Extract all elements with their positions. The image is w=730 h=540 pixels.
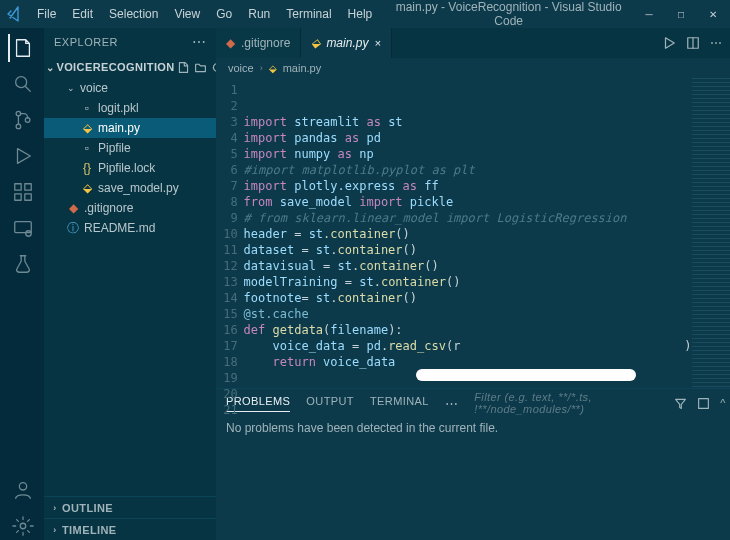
window-title: main.py - VoiceRecognition - Visual Stud… — [383, 0, 634, 28]
vscode-logo-icon — [6, 6, 22, 22]
line-number-gutter: 123456789101112131415161718192021 — [216, 78, 244, 388]
activity-source-control-icon[interactable] — [8, 106, 36, 134]
chevron-right-icon: › — [48, 503, 62, 513]
panel-maximize-icon[interactable]: ^ — [720, 397, 726, 409]
new-folder-icon[interactable] — [194, 61, 207, 74]
file-label: Pipfile.lock — [98, 161, 155, 175]
activity-accounts-icon[interactable] — [8, 476, 36, 504]
file-gitignore[interactable]: ◆ .gitignore — [44, 198, 216, 218]
breadcrumb[interactable]: voice › ⬙ main.py — [216, 58, 730, 78]
outline-label: OUTLINE — [62, 502, 113, 514]
file-icon: ▫ — [80, 141, 94, 155]
explorer-sidebar: EXPLORER ⋯ ⌄ VOICERECOGNITION ⌄ voice ▫ … — [44, 28, 216, 540]
file-pipfile[interactable]: ▫ Pipfile — [44, 138, 216, 158]
split-editor-icon[interactable] — [686, 36, 700, 50]
explorer-section-header[interactable]: ⌄ VOICERECOGNITION — [44, 56, 216, 78]
file-logit-pkl[interactable]: ▫ logit.pkl — [44, 98, 216, 118]
activity-testing-icon[interactable] — [8, 250, 36, 278]
menu-bar: File Edit Selection View Go Run Terminal… — [30, 4, 379, 24]
svg-point-10 — [19, 483, 26, 490]
tab-gitignore[interactable]: ◆ .gitignore — [216, 28, 301, 58]
file-pipfile-lock[interactable]: {} Pipfile.lock — [44, 158, 216, 178]
menu-view[interactable]: View — [167, 4, 207, 24]
code-area[interactable]: import streamlit as stimport pandas as p… — [244, 78, 692, 388]
svg-rect-4 — [15, 184, 21, 190]
file-tree: ⌄ voice ▫ logit.pkl ⬙ main.py ▫ Pipfile … — [44, 78, 216, 238]
editor-group: ◆ .gitignore ⬙ main.py × ⋯ voice › ⬙ mai… — [216, 28, 730, 540]
editor-tabs: ◆ .gitignore ⬙ main.py × ⋯ — [216, 28, 730, 58]
outline-section[interactable]: › OUTLINE — [44, 496, 216, 518]
explorer-more-icon[interactable]: ⋯ — [192, 34, 207, 50]
activity-extensions-icon[interactable] — [8, 178, 36, 206]
menu-run[interactable]: Run — [241, 4, 277, 24]
text-editor[interactable]: 123456789101112131415161718192021 import… — [216, 78, 730, 388]
problems-empty-message: No problems have been detected in the cu… — [226, 421, 498, 435]
tab-label: .gitignore — [241, 36, 290, 50]
svg-rect-5 — [25, 184, 31, 190]
activity-search-icon[interactable] — [8, 70, 36, 98]
chevron-right-icon: › — [260, 63, 263, 73]
git-icon: ◆ — [66, 201, 80, 215]
file-label: .gitignore — [84, 201, 133, 215]
activity-settings-icon[interactable] — [8, 512, 36, 540]
title-bar: File Edit Selection View Go Run Terminal… — [0, 0, 730, 28]
new-file-icon[interactable] — [177, 61, 190, 74]
menu-file[interactable]: File — [30, 4, 63, 24]
python-icon: ⬙ — [269, 63, 277, 74]
svg-point-2 — [16, 124, 21, 129]
window-close-button[interactable]: ✕ — [702, 9, 724, 20]
activity-remote-icon[interactable] — [8, 214, 36, 242]
bottom-panel: PROBLEMS OUTPUT TERMINAL ⋯ Filter (e.g. … — [216, 388, 730, 540]
breadcrumb-segment[interactable]: main.py — [283, 62, 322, 74]
breadcrumb-segment[interactable]: voice — [228, 62, 254, 74]
git-icon: ◆ — [226, 36, 235, 50]
info-icon: ⓘ — [66, 221, 80, 235]
activity-run-debug-icon[interactable] — [8, 142, 36, 170]
workspace-name: VOICERECOGNITION — [56, 61, 174, 73]
timeline-section[interactable]: › TIMELINE — [44, 518, 216, 540]
chevron-down-icon: ⌄ — [66, 83, 76, 93]
panel-clear-icon[interactable] — [697, 397, 710, 410]
chevron-right-icon: › — [48, 525, 62, 535]
editor-more-icon[interactable]: ⋯ — [710, 36, 722, 50]
explorer-title: EXPLORER — [54, 36, 118, 48]
braces-icon: {} — [80, 161, 94, 175]
window-minimize-button[interactable]: ─ — [638, 9, 660, 20]
tab-main-py[interactable]: ⬙ main.py × — [301, 28, 391, 58]
minimap[interactable] — [692, 78, 730, 388]
menu-selection[interactable]: Selection — [102, 4, 165, 24]
run-icon[interactable] — [662, 36, 676, 50]
menu-go[interactable]: Go — [209, 4, 239, 24]
redaction-overlay — [416, 369, 636, 381]
menu-help[interactable]: Help — [341, 4, 380, 24]
window-controls: ─ □ ✕ — [638, 9, 724, 20]
activity-bar — [0, 28, 44, 540]
chevron-down-icon: ⌄ — [46, 62, 54, 73]
menu-edit[interactable]: Edit — [65, 4, 100, 24]
activity-explorer-icon[interactable] — [8, 34, 36, 62]
file-label: save_model.py — [98, 181, 179, 195]
python-icon: ⬙ — [80, 181, 94, 195]
file-readme[interactable]: ⓘ README.md — [44, 218, 216, 238]
svg-point-0 — [16, 77, 27, 88]
python-icon: ⬙ — [311, 36, 320, 50]
menu-terminal[interactable]: Terminal — [279, 4, 338, 24]
file-main-py[interactable]: ⬙ main.py — [44, 118, 216, 138]
svg-rect-6 — [15, 194, 21, 200]
file-save-model-py[interactable]: ⬙ save_model.py — [44, 178, 216, 198]
file-label: logit.pkl — [98, 101, 139, 115]
file-icon: ▫ — [80, 101, 94, 115]
tab-close-icon[interactable]: × — [374, 37, 380, 49]
svg-point-9 — [26, 231, 32, 237]
window-maximize-button[interactable]: □ — [670, 9, 692, 20]
tab-label: main.py — [326, 36, 368, 50]
workbench: EXPLORER ⋯ ⌄ VOICERECOGNITION ⌄ voice ▫ … — [0, 28, 730, 540]
file-label: main.py — [98, 121, 140, 135]
explorer-header: EXPLORER ⋯ — [44, 28, 216, 56]
svg-rect-13 — [699, 398, 709, 408]
folder-voice[interactable]: ⌄ voice — [44, 78, 216, 98]
folder-label: voice — [80, 81, 108, 95]
svg-rect-7 — [25, 194, 31, 200]
python-icon: ⬙ — [80, 121, 94, 135]
timeline-label: TIMELINE — [62, 524, 117, 536]
